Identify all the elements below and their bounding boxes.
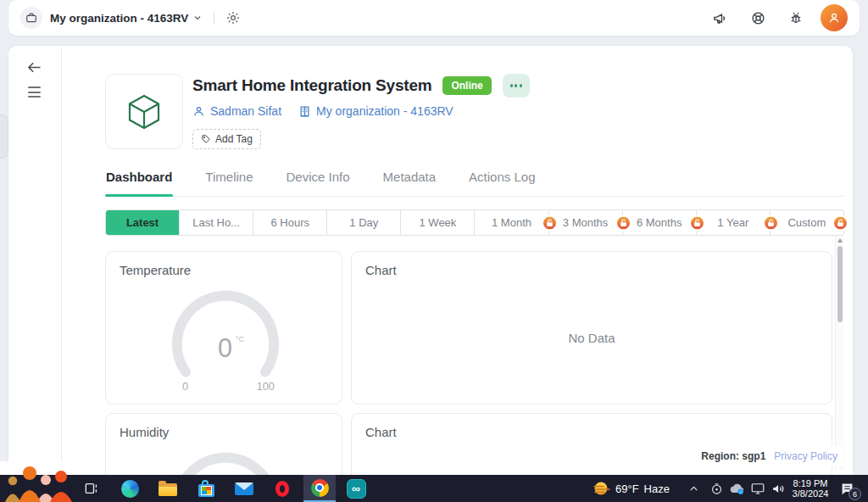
weather-temp: 69°F	[615, 482, 639, 495]
chart-widget-card: Chart No Data	[351, 251, 832, 404]
humidity-gauge	[120, 441, 331, 475]
svg-text:i: i	[740, 489, 741, 494]
organization-link[interactable]: My organization - 4163RV	[298, 104, 453, 118]
desktop-screen: My organization - 4163RV	[0, 0, 868, 502]
hamburger-menu-icon[interactable]	[28, 86, 41, 101]
tag-icon	[201, 134, 211, 144]
cube-icon	[124, 92, 164, 132]
org-selector[interactable]: My organization - 4163RV	[20, 7, 203, 29]
windows-taskbar: ∞ 69°F Haze i 8:19 PM	[0, 475, 868, 502]
tab-dashboard[interactable]: Dashboard	[105, 165, 173, 196]
widget-title: Temperature	[120, 263, 328, 277]
device-image-card	[105, 74, 183, 149]
tab-bar: Dashboard Timeline Device Info Metadata …	[105, 165, 844, 197]
gear-icon[interactable]	[225, 10, 241, 25]
building-icon	[298, 105, 311, 118]
person-icon	[192, 105, 205, 118]
range-label: 6 Months	[637, 216, 682, 229]
range-latest[interactable]: Latest	[106, 210, 180, 235]
lock-icon	[832, 215, 849, 231]
mail-icon[interactable]	[234, 475, 254, 502]
tab-actions-log[interactable]: Actions Log	[468, 165, 536, 196]
microsoft-store-icon[interactable]	[196, 475, 216, 502]
gauge-value: 0	[218, 333, 232, 362]
tab-timeline[interactable]: Timeline	[204, 165, 253, 196]
device-title-row: Smart Home Integration System Online	[192, 72, 530, 99]
range-6-hours[interactable]: 6 Hours	[253, 210, 327, 235]
tray-app-icon[interactable]	[707, 475, 726, 502]
lock-icon	[615, 215, 632, 231]
range-label: 1 Month	[492, 216, 531, 229]
lock-icon	[689, 215, 705, 231]
temperature-widget-card: Temperature 0 °C 0 100	[105, 251, 342, 404]
region-label: Region: sgp1	[701, 450, 765, 462]
topbar-divider	[214, 11, 214, 25]
notification-count-badge: 6	[849, 488, 861, 500]
owner-link[interactable]: Sadman Sifat	[192, 104, 281, 118]
arduino-icon[interactable]: ∞	[344, 475, 368, 502]
range-1-month[interactable]: 1 Month	[475, 210, 548, 235]
opera-icon[interactable]	[272, 475, 292, 502]
file-explorer-icon[interactable]	[158, 475, 178, 502]
gauge-max: 100	[257, 380, 275, 393]
gauge-unit: °C	[236, 335, 245, 343]
taskbar-clock[interactable]: 8:19 PM 3/8/2024	[788, 475, 832, 502]
range-1-week[interactable]: 1 Week	[401, 210, 475, 235]
lifebuoy-icon[interactable]	[750, 10, 766, 26]
app-footer: Region: sgp1 Privacy Policy	[691, 446, 843, 466]
people-silhouettes-graphic	[2, 463, 75, 502]
person-icon	[826, 10, 842, 25]
back-arrow-icon[interactable]	[25, 59, 43, 76]
hidden-icons-chevron[interactable]	[685, 475, 702, 502]
edge-icon[interactable]	[120, 475, 140, 502]
no-data-message: No Data	[352, 331, 832, 345]
clock-date: 3/8/2024	[793, 488, 829, 499]
app-window: Smart Home Integration System Online Sad…	[8, 46, 853, 475]
vertical-scrollbar[interactable]	[835, 236, 844, 470]
owner-name: Sadman Sifat	[210, 104, 281, 118]
notification-center-icon[interactable]: 6	[836, 475, 858, 502]
widget-title: Humidity	[120, 425, 328, 439]
widget-title: Chart	[365, 425, 818, 439]
top-app-bar: My organization - 4163RV	[8, 0, 860, 36]
range-6-months[interactable]: 6 Months	[623, 210, 697, 235]
status-badge: Online	[442, 76, 491, 95]
range-3-months[interactable]: 3 Months	[549, 210, 623, 235]
left-sidebar	[8, 46, 62, 475]
tab-metadata[interactable]: Metadata	[382, 165, 437, 196]
widget-title: Chart	[365, 263, 818, 277]
organization-name: My organization - 4163RV	[316, 104, 453, 118]
weather-icon[interactable]	[591, 475, 613, 502]
range-last-hour[interactable]: Last Ho...	[180, 210, 253, 235]
clock-time: 8:19 PM	[793, 478, 828, 489]
range-custom[interactable]: Custom	[771, 210, 843, 235]
gauge-min: 0	[182, 380, 188, 393]
range-label: 3 Months	[563, 216, 608, 229]
temperature-gauge: 0 °C 0 100	[120, 279, 331, 396]
org-selector-label: My organization - 4163RV	[50, 12, 188, 25]
briefcase-icon	[20, 7, 42, 29]
range-1-day[interactable]: 1 Day	[327, 210, 401, 235]
privacy-policy-link[interactable]: Privacy Policy	[774, 450, 837, 462]
page-title: Smart Home Integration System	[192, 76, 431, 95]
user-avatar[interactable]	[821, 4, 848, 31]
more-options-button[interactable]	[503, 74, 530, 98]
range-1-year[interactable]: 1 Year	[697, 210, 771, 235]
onedrive-cloud-icon[interactable]: i	[727, 475, 748, 502]
bug-icon[interactable]	[788, 10, 804, 25]
tab-device-info[interactable]: Device Info	[286, 165, 351, 196]
weather-status[interactable]: 69°F Haze	[615, 475, 682, 502]
task-view-icon[interactable]	[81, 475, 102, 502]
speaker-icon[interactable]	[767, 475, 789, 502]
megaphone-icon[interactable]	[712, 10, 728, 26]
device-meta-row: Sadman Sifat My organization - 4163RV	[192, 104, 453, 118]
infinity-glyph: ∞	[347, 479, 366, 499]
scrollbar-thumb[interactable]	[837, 246, 843, 322]
lock-icon	[542, 215, 558, 231]
chrome-icon-active[interactable]	[303, 475, 336, 502]
scrollbar-up-arrow[interactable]	[837, 238, 843, 243]
drawer-handle[interactable]	[0, 114, 8, 159]
network-display-icon[interactable]	[748, 475, 768, 502]
lock-icon	[763, 215, 779, 231]
add-tag-button[interactable]: Add Tag	[192, 129, 261, 149]
